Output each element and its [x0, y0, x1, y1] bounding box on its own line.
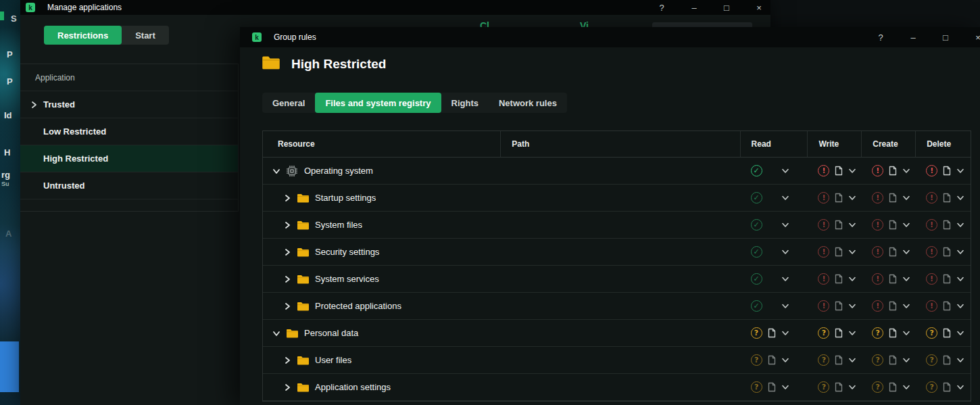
expand-chevron-icon[interactable]	[283, 356, 291, 364]
expand-chevron-icon[interactable]	[283, 383, 291, 391]
help-button[interactable]: ?	[657, 3, 666, 13]
block-status-icon[interactable]: !	[926, 219, 937, 231]
read-cell[interactable]: ✓	[740, 192, 808, 204]
tab-general[interactable]: General	[262, 93, 315, 113]
file-log-icon[interactable]	[889, 382, 897, 392]
file-log-icon[interactable]	[943, 274, 951, 284]
file-log-icon[interactable]	[943, 382, 951, 392]
file-log-icon[interactable]	[835, 166, 843, 176]
read-cell[interactable]: ✓	[740, 246, 808, 258]
file-log-icon[interactable]	[889, 328, 897, 338]
write-cell[interactable]: !	[807, 300, 861, 312]
sidebar-item-untrusted[interactable]: Untrusted	[20, 172, 238, 199]
delete-cell[interactable]: !	[915, 273, 971, 285]
ask-status-icon[interactable]: ?	[872, 354, 883, 366]
chevron-down-icon[interactable]	[956, 331, 964, 336]
block-status-icon[interactable]: !	[818, 219, 829, 231]
write-cell[interactable]: !	[807, 219, 861, 231]
ask-status-icon[interactable]: ?	[818, 354, 829, 366]
create-cell[interactable]: !	[861, 300, 915, 312]
chevron-down-icon[interactable]	[956, 277, 964, 282]
chevron-down-icon[interactable]	[848, 385, 856, 390]
sidebar-item-low-restricted[interactable]: Low Restricted	[20, 118, 238, 145]
allow-status-icon[interactable]: ✓	[751, 246, 762, 258]
file-log-icon[interactable]	[835, 193, 843, 203]
chevron-down-icon[interactable]	[848, 222, 856, 228]
chevron-down-icon[interactable]	[781, 358, 789, 363]
minimize-button[interactable]: –	[689, 3, 699, 13]
ask-status-icon[interactable]: ?	[872, 327, 883, 339]
delete-cell[interactable]: !	[915, 192, 971, 204]
file-log-icon[interactable]	[835, 220, 843, 230]
write-cell[interactable]: !	[807, 246, 861, 258]
ask-status-icon[interactable]: ?	[926, 354, 937, 366]
create-cell[interactable]: ?	[861, 381, 915, 393]
write-cell[interactable]: ?	[807, 354, 861, 366]
chevron-down-icon[interactable]	[781, 222, 789, 228]
table-row[interactable]: Security settings ✓ ! ! !	[263, 239, 971, 266]
read-cell[interactable]: ✓	[740, 165, 808, 176]
allow-status-icon[interactable]: ✓	[751, 300, 762, 312]
write-cell[interactable]: ?	[807, 327, 861, 339]
file-log-icon[interactable]	[889, 301, 897, 311]
expand-chevron-icon[interactable]	[283, 194, 291, 202]
file-log-icon[interactable]	[943, 166, 951, 176]
ask-status-icon[interactable]: ?	[872, 381, 883, 393]
read-cell[interactable]: ✓	[740, 219, 808, 231]
tab-network-rules[interactable]: Network rules	[489, 93, 567, 113]
expand-chevron-icon[interactable]	[272, 329, 280, 337]
file-log-icon[interactable]	[835, 247, 843, 257]
delete-cell[interactable]: ?	[915, 381, 971, 393]
create-cell[interactable]: ?	[861, 354, 915, 366]
ask-status-icon[interactable]: ?	[751, 327, 762, 339]
close-button[interactable]: ×	[973, 32, 980, 43]
block-status-icon[interactable]: !	[818, 192, 829, 204]
write-cell[interactable]: !	[807, 192, 861, 204]
file-log-icon[interactable]	[835, 328, 843, 338]
create-cell[interactable]: ?	[861, 327, 915, 339]
block-status-icon[interactable]: !	[872, 300, 883, 312]
expand-chevron-icon[interactable]	[283, 221, 291, 229]
ask-status-icon[interactable]: ?	[751, 354, 762, 366]
file-log-icon[interactable]	[943, 328, 951, 338]
allow-status-icon[interactable]: ✓	[751, 219, 762, 231]
expand-chevron-icon[interactable]	[283, 302, 291, 310]
chevron-down-icon[interactable]	[956, 249, 964, 255]
table-row[interactable]: Application settings ? ? ? ?	[263, 374, 971, 401]
chevron-down-icon[interactable]	[902, 331, 910, 336]
help-button[interactable]: ?	[876, 32, 885, 43]
tab-rights[interactable]: Rights	[441, 93, 489, 113]
block-status-icon[interactable]: !	[872, 165, 883, 176]
file-log-icon[interactable]	[889, 166, 897, 176]
block-status-icon[interactable]: !	[926, 300, 937, 312]
chevron-down-icon[interactable]	[848, 331, 856, 336]
file-log-icon[interactable]	[889, 355, 897, 365]
delete-cell[interactable]: !	[915, 300, 971, 312]
file-log-icon[interactable]	[943, 193, 951, 203]
tab-start[interactable]: Start	[122, 26, 169, 45]
delete-cell[interactable]: ?	[915, 354, 971, 366]
block-status-icon[interactable]: !	[818, 246, 829, 258]
allow-status-icon[interactable]: ✓	[751, 165, 762, 176]
file-log-icon[interactable]	[889, 220, 897, 230]
chevron-down-icon[interactable]	[848, 168, 856, 174]
create-cell[interactable]: !	[861, 219, 915, 231]
create-cell[interactable]: !	[861, 165, 915, 176]
chevron-down-icon[interactable]	[848, 195, 856, 201]
ask-status-icon[interactable]: ?	[818, 327, 829, 339]
block-status-icon[interactable]: !	[818, 165, 829, 176]
read-cell[interactable]: ✓	[740, 300, 808, 312]
delete-cell[interactable]: !	[915, 246, 971, 258]
chevron-down-icon[interactable]	[781, 249, 789, 255]
chevron-down-icon[interactable]	[902, 304, 910, 309]
chevron-right-icon[interactable]	[30, 101, 38, 109]
dialog-titlebar[interactable]: k Group rules ? – □ ×	[240, 27, 980, 47]
ask-status-icon[interactable]: ?	[751, 381, 762, 393]
chevron-down-icon[interactable]	[781, 277, 789, 282]
table-row[interactable]: Protected applications ✓ ! ! !	[263, 293, 971, 320]
block-status-icon[interactable]: !	[872, 192, 883, 204]
chevron-down-icon[interactable]	[902, 168, 910, 174]
chevron-down-icon[interactable]	[902, 277, 910, 282]
block-status-icon[interactable]: !	[818, 273, 829, 285]
delete-cell[interactable]: !	[915, 165, 971, 176]
